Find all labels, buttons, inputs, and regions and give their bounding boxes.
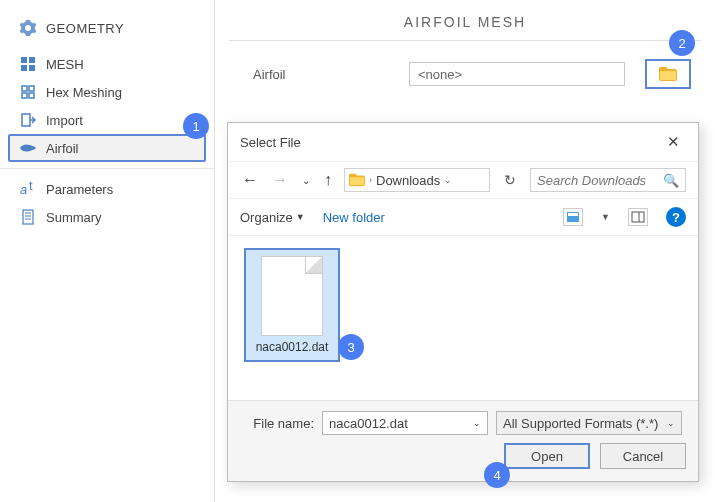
airfoil-row: Airfoil <none> xyxy=(229,59,701,89)
svg-rect-7 xyxy=(29,93,34,98)
svg-rect-3 xyxy=(29,65,35,71)
dialog-title: Select File xyxy=(240,135,301,150)
callout-1: 1 xyxy=(183,113,209,139)
callout-2: 2 xyxy=(669,30,695,56)
open-button[interactable]: Open xyxy=(504,443,590,469)
nav-label: Hex Meshing xyxy=(46,85,122,100)
svg-rect-5 xyxy=(29,86,34,91)
breadcrumb[interactable]: › Downloads ⌄ xyxy=(344,168,490,192)
file-list[interactable]: naca0012.dat xyxy=(228,236,698,400)
file-dialog: Select File ✕ ← → ⌄ ↑ › Downloads ⌄ ↻ 🔍 … xyxy=(227,122,699,482)
divider xyxy=(0,168,214,169)
summary-icon xyxy=(20,209,36,225)
callout-4: 4 xyxy=(484,462,510,488)
file-name-label: File name: xyxy=(240,416,314,431)
svg-text:t: t xyxy=(29,181,33,193)
svg-rect-6 xyxy=(22,93,27,98)
recent-caret[interactable]: ⌄ xyxy=(300,175,312,186)
page-title: AIRFOIL MESH xyxy=(229,0,701,40)
svg-rect-1 xyxy=(29,57,35,63)
callout-3: 3 xyxy=(338,334,364,360)
browse-button[interactable] xyxy=(645,59,691,89)
back-button[interactable]: ← xyxy=(240,171,260,189)
file-icon xyxy=(261,256,323,336)
nav-label: Parameters xyxy=(46,182,113,197)
file-filter-combo[interactable]: All Supported Formats (*.*) ⌄ xyxy=(496,411,682,435)
parameters-icon: at xyxy=(20,181,36,197)
chevron-down-icon: ▼ xyxy=(296,212,305,222)
nav-label: Summary xyxy=(46,210,102,225)
dialog-titlebar: Select File ✕ xyxy=(228,123,698,161)
search-box[interactable]: 🔍 xyxy=(530,168,686,192)
svg-rect-0 xyxy=(21,57,27,63)
folder-icon xyxy=(349,173,365,187)
organize-button[interactable]: Organize ▼ xyxy=(240,210,305,225)
search-icon: 🔍 xyxy=(663,173,679,188)
nav-label: Import xyxy=(46,113,83,128)
folder-icon xyxy=(659,67,677,81)
forward-button[interactable]: → xyxy=(270,171,290,189)
sidebar-item-parameters[interactable]: at Parameters xyxy=(0,175,214,203)
dialog-footer: File name: naca0012.dat ⌄ All Supported … xyxy=(228,400,698,481)
divider xyxy=(229,40,701,41)
svg-rect-15 xyxy=(568,213,578,216)
help-button[interactable]: ? xyxy=(666,207,686,227)
sidebar-item-hex-meshing[interactable]: Hex Meshing xyxy=(0,78,214,106)
airfoil-value[interactable]: <none> xyxy=(409,62,625,86)
file-name-combo[interactable]: naca0012.dat ⌄ xyxy=(322,411,488,435)
file-item-selected[interactable]: naca0012.dat xyxy=(244,248,340,362)
dialog-toolbar: Organize ▼ New folder ▼ ? xyxy=(228,199,698,236)
import-icon xyxy=(20,112,36,128)
svg-text:a: a xyxy=(20,182,27,197)
hex-icon xyxy=(20,84,36,100)
sidebar: GEOMETRY MESH Hex Meshing Import Airfoil xyxy=(0,0,215,502)
search-input[interactable] xyxy=(537,173,657,188)
chevron-down-icon: ⌄ xyxy=(667,418,675,428)
new-folder-button[interactable]: New folder xyxy=(323,210,385,225)
view-mode-button[interactable] xyxy=(563,208,583,226)
svg-rect-2 xyxy=(21,65,27,71)
dialog-nav: ← → ⌄ ↑ › Downloads ⌄ ↻ 🔍 xyxy=(228,161,698,199)
nav-label: MESH xyxy=(46,57,84,72)
field-label: Airfoil xyxy=(253,67,393,82)
nav-label: Airfoil xyxy=(46,141,79,156)
cancel-button[interactable]: Cancel xyxy=(600,443,686,469)
up-button[interactable]: ↑ xyxy=(322,171,334,189)
close-button[interactable]: ✕ xyxy=(661,131,686,153)
gear-icon xyxy=(20,20,36,36)
sidebar-item-airfoil[interactable]: Airfoil xyxy=(8,134,206,162)
refresh-button[interactable]: ↻ xyxy=(500,172,520,188)
sidebar-item-import[interactable]: Import xyxy=(0,106,214,134)
sidebar-item-mesh[interactable]: MESH xyxy=(0,50,214,78)
sidebar-item-summary[interactable]: Summary xyxy=(0,203,214,231)
section-label: GEOMETRY xyxy=(46,21,124,36)
svg-rect-16 xyxy=(632,212,644,222)
path-segment[interactable]: Downloads ⌄ xyxy=(376,173,452,188)
section-geometry: GEOMETRY xyxy=(0,14,214,50)
airfoil-icon xyxy=(20,140,36,156)
chevron-down-icon: ⌄ xyxy=(444,175,452,185)
file-name: naca0012.dat xyxy=(256,340,329,354)
chevron-down-icon: ⌄ xyxy=(473,418,481,428)
preview-pane-button[interactable] xyxy=(628,208,648,226)
chevron-right-icon: › xyxy=(369,175,372,185)
svg-rect-4 xyxy=(22,86,27,91)
view-caret[interactable]: ▼ xyxy=(601,212,610,222)
grid-icon xyxy=(20,56,36,72)
svg-rect-10 xyxy=(23,210,33,224)
